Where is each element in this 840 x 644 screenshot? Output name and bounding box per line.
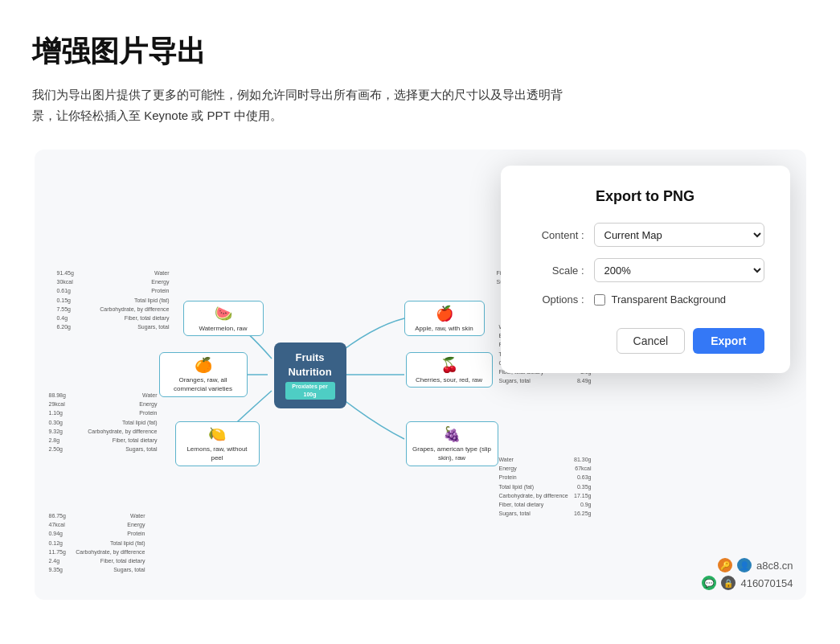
export-dialog: Export to PNG Content : Current Map All … xyxy=(501,166,790,373)
watermark-icon-3: 💬 xyxy=(702,576,716,590)
watermark-text-1: a8c8.cn xyxy=(756,560,793,572)
watermelon-label: Watermelon, raw xyxy=(189,324,258,333)
watermark-line2: 💬 🔒 416070154 xyxy=(702,576,793,590)
page-description: 我们为导出图片提供了更多的可能性，例如允许同时导出所有画布，选择更大的尺寸以及导… xyxy=(32,84,563,125)
content-label: Content : xyxy=(527,229,584,241)
fruit-node-cherries: 🍒 Cherries, sour, red, raw xyxy=(406,352,493,388)
watermark-icon-1: 🔑 xyxy=(718,558,732,572)
fruit-node-oranges: 🍊 Oranges, raw, all commercial varieties xyxy=(159,352,248,397)
options-label: Options : xyxy=(527,293,584,306)
grapes-label: Grapes, american type (slip skin), raw xyxy=(412,445,493,462)
fruit-node-lemons: 🍋 Lemons, raw, without peel xyxy=(175,421,260,466)
fruit-node-apple: 🍎 Apple, raw, with skin xyxy=(404,301,485,336)
page-title: 增强图片导出 xyxy=(32,32,808,72)
oranges-icon: 🍊 xyxy=(165,355,242,375)
grapes-icon: 🍇 xyxy=(412,425,493,445)
content-row: Content : Current Map All Maps xyxy=(527,223,764,247)
center-subtitle: Proxiates per 100g xyxy=(285,382,335,400)
options-row: Options : Transparent Background xyxy=(527,293,764,306)
content-select[interactable]: Current Map All Maps xyxy=(594,223,764,247)
apple-icon: 🍎 xyxy=(410,304,479,324)
oranges-label: Oranges, raw, all commercial varieties xyxy=(165,375,242,393)
fruit-node-watermelon: 🍉 Watermelon, raw xyxy=(183,301,264,336)
scale-row: Scale : 100% 150% 200% 300% xyxy=(527,258,764,282)
cherries-icon: 🍒 xyxy=(412,355,487,375)
grapes-data: Water81.30g Energy67kcal Protein0.63g To… xyxy=(499,455,592,518)
oranges-data: 86.75gWater 47kcalEnergy 0.94gProtein 0.… xyxy=(49,511,145,574)
main-content-area: FruitsNutrition Proxiates per 100g 🍉 Wat… xyxy=(35,150,806,600)
cancel-button[interactable]: Cancel xyxy=(617,328,686,354)
footer-watermark: 🔑 👤 a8c8.cn 💬 🔒 416070154 xyxy=(702,558,793,590)
fruit-node-grapes: 🍇 Grapes, american type (slip skin), raw xyxy=(406,421,498,466)
scale-label: Scale : xyxy=(527,265,584,277)
center-title: FruitsNutrition xyxy=(285,351,335,379)
watermark-icon-2: 👤 xyxy=(737,558,752,572)
cherries-label: Cherries, sour, red, raw xyxy=(412,375,487,384)
watermelon-icon: 🍉 xyxy=(189,304,258,324)
watermark-text-2: 416070154 xyxy=(740,577,793,589)
transparent-label: Transparent Background xyxy=(612,293,727,306)
dialog-buttons: Cancel Export xyxy=(527,328,764,354)
apple-label: Apple, raw, with skin xyxy=(410,324,479,333)
mindmap-center-node: FruitsNutrition Proxiates per 100g xyxy=(274,343,346,408)
dialog-title: Export to PNG xyxy=(527,188,764,205)
watermark-line1: 🔑 👤 a8c8.cn xyxy=(718,558,793,572)
export-button[interactable]: Export xyxy=(693,328,764,354)
watermelon-data: 91.45gWater 30kcalEnergy 0.61gProtein 0.… xyxy=(57,269,170,331)
transparent-checkbox[interactable] xyxy=(594,294,605,306)
lemons-label: Lemons, raw, without peel xyxy=(181,445,254,462)
lemons-icon: 🍋 xyxy=(181,425,254,445)
scale-select[interactable]: 100% 150% 200% 300% xyxy=(594,258,764,282)
lemons-data: 88.98gWater 29kcalEnergy 1.10gProtein 0.… xyxy=(49,391,158,453)
watermark-icon-4: 🔒 xyxy=(721,576,736,590)
transparent-option: Transparent Background xyxy=(594,293,727,306)
